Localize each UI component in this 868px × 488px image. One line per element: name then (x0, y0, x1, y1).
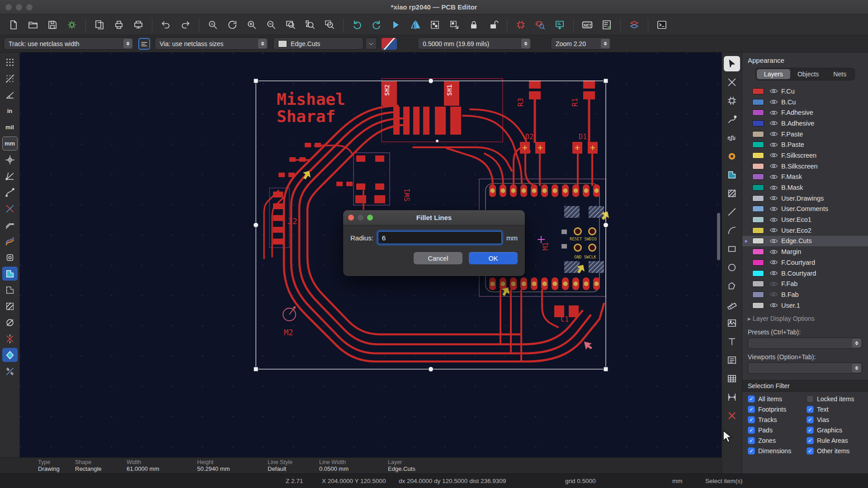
selection-filter-item[interactable]: All items (748, 395, 807, 403)
draw-rectangle-button[interactable] (724, 241, 740, 257)
zone-hatch-mode-button[interactable] (2, 299, 18, 313)
layer-row[interactable]: ▸ F.Paste (742, 129, 868, 140)
layer-visibility-icon[interactable] (768, 120, 779, 126)
zone-outline-mode-button[interactable] (2, 283, 18, 297)
unlock-button[interactable] (484, 16, 502, 33)
layer-color-swatch[interactable] (752, 88, 764, 94)
open-board-button[interactable] (24, 16, 42, 33)
selection-handle-se[interactable] (604, 367, 608, 371)
selection-filter-item[interactable]: Tracks (748, 416, 807, 423)
layer-color-swatch[interactable] (752, 141, 764, 148)
print-button[interactable] (110, 16, 128, 33)
layer-visibility-icon[interactable] (768, 163, 779, 169)
checkbox[interactable] (748, 416, 755, 423)
layer-visibility-icon[interactable] (768, 110, 779, 116)
select-tool-button[interactable] (724, 56, 740, 71)
layer-row[interactable]: ▸ B.Mask (742, 182, 868, 193)
canvas-vertical-scrollbar[interactable] (717, 213, 720, 260)
layer-color-swatch[interactable] (752, 291, 764, 298)
minimize-window-button[interactable] (16, 4, 22, 10)
layer-row[interactable]: ▸ User.Drawings (742, 193, 868, 204)
selection-handle-ne[interactable] (604, 79, 608, 83)
close-window-button[interactable] (5, 4, 12, 10)
drawing-sheet-button[interactable] (2, 364, 18, 378)
via-size-select[interactable]: Via: use netclass sizes (155, 38, 269, 50)
zoom-select[interactable]: Zoom 2.20 (551, 38, 611, 50)
layer-display-options[interactable]: ▸ Layer Display Options (742, 311, 868, 324)
selection-filter-item[interactable]: Locked items (807, 395, 865, 403)
flip-button[interactable] (387, 16, 405, 33)
layer-color-swatch[interactable] (752, 302, 764, 309)
pad-sketch-mode-button[interactable] (2, 250, 18, 264)
layer-row[interactable]: ▸ F.Courtyard (742, 257, 868, 268)
silkscreen-name-line1[interactable]: Mishael (277, 90, 345, 108)
zone-filled-mode-button[interactable] (2, 267, 18, 281)
checkbox[interactable] (807, 447, 814, 455)
layer-row[interactable]: ▸ F.Cu (742, 86, 868, 97)
layer-row[interactable]: ▸ Edge.Cuts (742, 236, 868, 247)
checkbox[interactable] (748, 395, 755, 403)
units-mils-button[interactable]: mil (2, 120, 18, 134)
lock-button[interactable] (465, 16, 483, 33)
ungroup-button[interactable] (445, 16, 463, 33)
draw-circle-button[interactable] (724, 260, 740, 275)
layer-color-swatch[interactable] (752, 206, 764, 212)
layer-row[interactable]: ▸ User.Comments (742, 204, 868, 215)
tab-layers[interactable]: Layers (757, 69, 790, 79)
layer-select-arrow-button[interactable] (365, 38, 377, 50)
layer-row[interactable]: ▸ F.Adhesive (742, 107, 868, 118)
mirror-button[interactable] (406, 16, 425, 33)
layer-visibility-icon[interactable] (768, 88, 779, 94)
layer-row[interactable]: ▸ Margin (742, 246, 868, 257)
add-rule-area-button[interactable] (724, 186, 740, 201)
checkbox[interactable] (807, 427, 814, 434)
grid-visibility-button[interactable] (2, 55, 18, 69)
selection-filter-item[interactable]: Graphics (807, 427, 865, 434)
redo-button[interactable] (176, 16, 194, 33)
layer-visibility-icon[interactable] (768, 99, 779, 105)
units-inches-button[interactable]: in (2, 104, 18, 118)
layer-visibility-icon[interactable] (768, 302, 779, 308)
layer-color-swatch[interactable] (752, 174, 764, 180)
selection-filter-item[interactable]: Vias (807, 416, 865, 423)
inactive-layer-dim-button[interactable] (2, 348, 18, 362)
track-width-select[interactable]: Track: use netclass width (4, 38, 134, 50)
selection-filter-item[interactable]: Text (807, 406, 865, 413)
swap-layers-button[interactable] (625, 16, 643, 33)
ratsnest-visibility-button[interactable] (2, 169, 18, 183)
selection-filter-item[interactable]: Rule Areas (807, 437, 865, 444)
checkbox[interactable] (807, 416, 814, 423)
layer-color-swatch[interactable] (752, 281, 764, 287)
pad-color-mode-button[interactable] (2, 234, 18, 248)
selection-handle-e[interactable] (604, 223, 609, 228)
tune-length-button[interactable] (724, 130, 740, 145)
silkscreen-name-line2[interactable]: Sharaf (277, 107, 335, 126)
layer-row[interactable]: ▸ B.Fab (742, 289, 868, 300)
zoom-selection-button[interactable] (321, 16, 339, 33)
auto-track-width-toggle[interactable] (138, 38, 150, 50)
layer-visibility-icon[interactable] (768, 142, 779, 148)
board-setup-button[interactable] (63, 16, 81, 33)
layer-visibility-icon[interactable] (768, 270, 779, 276)
drc-check-button[interactable] (598, 16, 616, 33)
refresh-view-button[interactable] (223, 16, 241, 33)
layer-row[interactable]: ▸ F.Silkscreen (742, 150, 868, 161)
selection-handle-n[interactable] (429, 79, 434, 84)
group-button[interactable] (426, 16, 444, 33)
layer-row[interactable]: ▸ B.Silkscreen (742, 161, 868, 172)
route-tracks-button[interactable] (724, 112, 740, 127)
polar-coordinates-button[interactable] (2, 88, 18, 102)
add-dimension-button[interactable] (724, 389, 740, 405)
add-footprint-button[interactable] (724, 93, 740, 108)
selection-handle-nw[interactable] (254, 79, 258, 83)
plot-button[interactable] (129, 16, 147, 33)
selection-filter-item[interactable]: Zones (748, 437, 807, 444)
curved-ratsnest-button[interactable] (2, 185, 18, 199)
rotate-ccw-button[interactable] (348, 16, 366, 33)
layer-color-swatch[interactable] (752, 195, 764, 202)
layer-visibility-icon[interactable] (768, 206, 779, 212)
net-inspector-button[interactable]: NET (578, 16, 596, 33)
silkscreen-text[interactable]: Mishael Sharaf (277, 90, 345, 126)
undo-button[interactable] (157, 16, 175, 33)
layer-color-swatch[interactable] (752, 184, 764, 191)
